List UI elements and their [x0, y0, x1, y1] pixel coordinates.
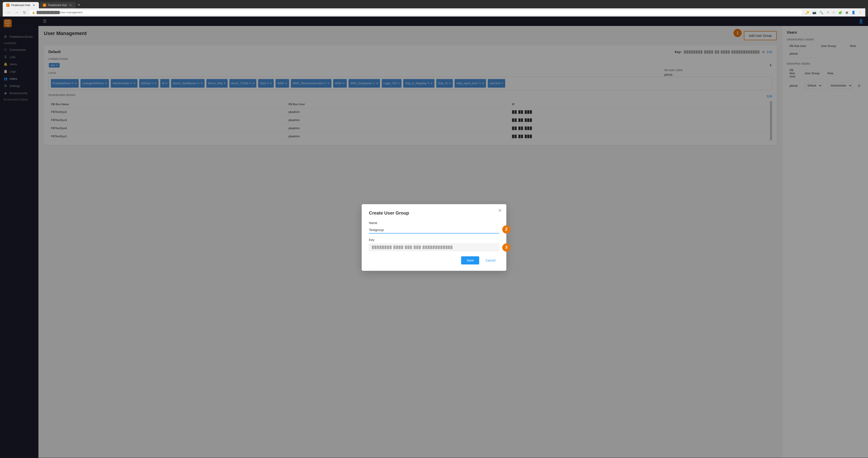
screenshot-icon: 📷: [811, 10, 817, 15]
tab-label-2: Peakboard Hub: [48, 4, 67, 7]
zoom-icon: 🔍: [818, 10, 824, 15]
key-label: Key: [369, 238, 499, 242]
sidebar-toggle-icon[interactable]: ▣: [844, 10, 849, 15]
modal-overlay: Create User Group ✕ Name 2 Key ████████ …: [0, 17, 868, 458]
browser-tab-2[interactable]: P Peakboard Hub ✕: [39, 2, 75, 8]
forward-button[interactable]: →: [13, 10, 20, 15]
browser-tabs: P Peakboard Hub ✕ P Peakboard Hub ✕ +: [3, 2, 865, 8]
new-tab-button[interactable]: +: [76, 2, 82, 8]
share-icon: ↗: [826, 10, 830, 15]
step2-badge: 2: [502, 225, 510, 233]
modal-actions: Save Cancel: [369, 256, 499, 264]
back-button[interactable]: ←: [5, 10, 12, 15]
profile-icon[interactable]: 👤: [850, 10, 856, 15]
toolbar-actions: 🔑 📷 🔍 ↗ ☆ 🧩 ▣ 👤 ⋮: [804, 10, 863, 15]
star-icon[interactable]: ☆: [831, 10, 836, 15]
tab-close-1[interactable]: ✕: [33, 3, 35, 7]
tab-close-2[interactable]: ✕: [69, 3, 72, 7]
name-label: Name: [369, 221, 499, 225]
browser-tab-1[interactable]: P Peakboard Hub ✕: [3, 2, 39, 8]
step3-badge: 3: [502, 243, 510, 252]
tab-favicon-1: P: [6, 4, 9, 7]
key-icon: 🔑: [804, 10, 810, 15]
browser-chrome: P Peakboard Hub ✕ P Peakboard Hub ✕ + ← …: [0, 0, 868, 17]
modal-close-button[interactable]: ✕: [498, 208, 502, 213]
url-text: ████████████/user-management: [37, 11, 83, 14]
modal-title: Create User Group: [369, 210, 499, 216]
cancel-button[interactable]: Cancel: [482, 256, 499, 264]
menu-icon[interactable]: ⋮: [858, 10, 863, 15]
browser-toolbar: ← → ↻ 🔒 ████████████/user-management 🔑 📷…: [3, 8, 865, 17]
lock-icon: 🔒: [32, 11, 35, 14]
tab-label-1: Peakboard Hub: [11, 4, 30, 7]
key-display: ████████ ████ ███ ███ ████████████: [369, 243, 499, 251]
name-input[interactable]: [369, 227, 499, 233]
create-user-group-modal: Create User Group ✕ Name 2 Key ████████ …: [362, 204, 506, 271]
key-form-group: Key ████████ ████ ███ ███ ████████████ 3: [369, 238, 499, 251]
reload-button[interactable]: ↻: [22, 10, 27, 15]
name-form-group: Name 2: [369, 221, 499, 233]
tab-favicon-2: P: [43, 4, 46, 7]
extensions-icon[interactable]: 🧩: [837, 10, 843, 15]
save-button[interactable]: Save: [461, 256, 479, 264]
address-bar[interactable]: 🔒 ████████████/user-management: [29, 10, 803, 15]
